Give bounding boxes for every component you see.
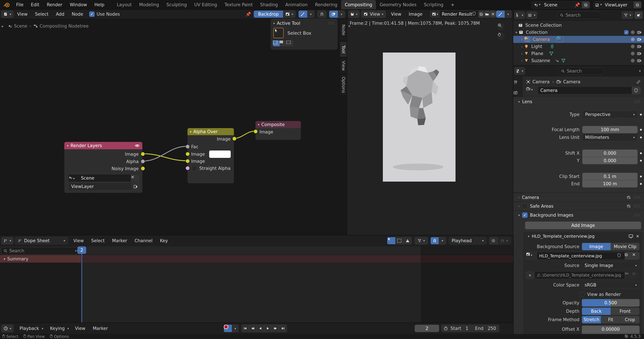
copy-viewlayer-icon[interactable]: ⧉: [634, 2, 641, 8]
hide-viewport-eye-icon[interactable]: [630, 44, 635, 49]
lens-panel-title[interactable]: Lens: [522, 99, 532, 104]
clip-start-field[interactable]: 0.1 m: [582, 173, 638, 180]
properties-pin-icon[interactable]: [636, 80, 641, 84]
animate-dot[interactable]: [640, 160, 642, 162]
use-nodes-checkbox[interactable]: ✓: [89, 12, 94, 17]
expand-icon[interactable]: ›: [521, 52, 522, 56]
menu-help[interactable]: Help: [91, 2, 108, 7]
source-movieclip-option[interactable]: Movie Clip: [611, 243, 640, 250]
pan-gizmo-icon[interactable]: [498, 32, 505, 40]
colorspace-dropdown[interactable]: sRGB▾: [582, 281, 640, 289]
ds-menu-key[interactable]: Key: [156, 238, 172, 243]
shift-x-field[interactable]: 0.000: [582, 150, 638, 157]
playback-menu[interactable]: Playback▾: [16, 326, 43, 331]
image-menu-view[interactable]: View: [387, 12, 405, 17]
tab-uv-editing[interactable]: UV Editing: [190, 2, 221, 7]
background-images-title[interactable]: Background Images: [530, 212, 573, 218]
image-path-field[interactable]: //..\Generic\HLD_Template_centerview.jpg: [534, 271, 625, 279]
sidebar-tab-node[interactable]: Node: [340, 19, 347, 40]
start-value[interactable]: 1: [466, 326, 468, 331]
frame-method-fit[interactable]: Fit: [601, 316, 620, 323]
rl-scene-clear-icon[interactable]: ✕: [131, 174, 139, 182]
tab-scripting[interactable]: Scripting: [420, 2, 447, 7]
tab-tool[interactable]: [513, 80, 523, 90]
jump-prev-keyframe-button[interactable]: [249, 324, 256, 332]
editor-type-button[interactable]: ▾: [1, 10, 14, 18]
ds-menu-view[interactable]: View: [70, 238, 88, 243]
unlink-icon[interactable]: ✕: [632, 252, 640, 260]
sidebar-tab-tool[interactable]: Tool: [340, 42, 347, 57]
animate-dot[interactable]: [640, 176, 642, 178]
expand-icon[interactable]: ›: [521, 59, 522, 62]
link-drag-dropdown[interactable]: ▾: [307, 10, 314, 18]
editor-type-button[interactable]: ▾: [514, 67, 525, 75]
background-images-checkbox[interactable]: ✓: [522, 212, 528, 218]
end-value[interactable]: 250: [488, 326, 496, 331]
render-result-selector[interactable]: ▾ Render Result ⧉ ✕: [430, 10, 496, 18]
rl-scene-value[interactable]: Scene: [80, 176, 131, 180]
properties-search[interactable]: Search: [558, 67, 604, 75]
properties-options-dropdown[interactable]: ▾: [639, 69, 641, 73]
outliner-row-plane[interactable]: › Plane: [513, 50, 644, 57]
focal-length-field[interactable]: 100 mm: [582, 126, 638, 133]
backdrop-button[interactable]: Backdrop: [254, 10, 283, 18]
source-dropdown[interactable]: Single Image▾: [582, 262, 640, 269]
collapse-icon[interactable]: ▾: [190, 130, 191, 134]
animate-dot[interactable]: [640, 183, 642, 185]
jump-to-start-button[interactable]: [241, 324, 249, 332]
tab-compositing[interactable]: Compositing: [341, 0, 376, 10]
panel-grip[interactable]: ∷∷: [634, 213, 641, 218]
node-menu-add[interactable]: Add: [52, 12, 68, 17]
alpha-over-header[interactable]: ▾ Alpha Over: [188, 128, 234, 135]
gizmo-toggle[interactable]: [496, 10, 505, 18]
animate-dot[interactable]: [640, 136, 642, 138]
filter-dropdown[interactable]: ▾: [414, 237, 428, 244]
disable-render-camera-icon[interactable]: [637, 52, 642, 56]
animate-dot[interactable]: [640, 152, 642, 154]
tab-animation[interactable]: Animation: [282, 2, 311, 7]
expand-icon[interactable]: ›: [521, 45, 522, 48]
editor-type-button[interactable]: ▾: [514, 12, 525, 19]
panel-collapse-icon[interactable]: ▾: [518, 214, 520, 217]
unlink-image-icon[interactable]: ✕: [490, 11, 496, 18]
auto-keying-dropdown[interactable]: ▾: [232, 324, 238, 332]
rl-scene-field[interactable]: ▾ Scene ✕: [68, 174, 139, 182]
only-selected-toggle[interactable]: [387, 237, 395, 244]
depth-front-option[interactable]: Front: [611, 308, 640, 315]
show-errors-toggle[interactable]: [404, 237, 412, 244]
play-reverse-button[interactable]: [256, 324, 264, 332]
render-layers-header[interactable]: ▾ Render Layers: [64, 142, 142, 149]
node-menu-node[interactable]: Node: [68, 12, 87, 17]
rl-render-single-layer-button[interactable]: [132, 183, 139, 190]
breadcrumb-data[interactable]: Camera: [563, 79, 580, 84]
ds-menu-marker[interactable]: Marker: [108, 238, 131, 243]
hide-viewport-eye-icon[interactable]: [630, 58, 635, 63]
select-box-tool-icon[interactable]: [273, 28, 284, 38]
image-menu-image[interactable]: Image: [405, 12, 426, 17]
falloff-dropdown[interactable]: ▾: [498, 237, 511, 244]
editor-type-button[interactable]: ▾: [1, 324, 14, 332]
dope-sheet-mode-dropdown[interactable]: Dope Sheet▾: [15, 237, 68, 244]
item-collapse-icon[interactable]: ▾: [528, 234, 530, 238]
sidebar-tab-options[interactable]: Options: [340, 74, 347, 95]
scene-selector[interactable]: ▾ Scene 📌 ⧉: [532, 1, 590, 8]
lens-type-dropdown[interactable]: Perspective▾: [582, 111, 638, 118]
menu-file[interactable]: File: [12, 2, 27, 7]
image-file-name[interactable]: HLD_Template_centerview.jpg: [537, 254, 617, 258]
auto-keying-toggle[interactable]: [224, 325, 232, 332]
jump-to-end-button[interactable]: [279, 324, 287, 332]
sidebar-toggle-arrow-icon[interactable]: ▸: [2, 24, 4, 28]
tab-modeling[interactable]: Modeling: [136, 2, 163, 7]
fake-user-shield-icon[interactable]: [617, 253, 625, 258]
tab-sculpting[interactable]: Sculpting: [163, 2, 190, 7]
disable-render-camera-icon[interactable]: [637, 30, 642, 34]
pb-menu-marker[interactable]: Marker: [89, 326, 112, 331]
disable-render-camera-icon[interactable]: [637, 44, 642, 48]
editor-type-button[interactable]: ▾: [348, 10, 360, 18]
rl-alpha-socket[interactable]: [141, 159, 145, 164]
editor-type-button[interactable]: ▾: [1, 237, 14, 244]
collapse-icon[interactable]: ▾: [67, 144, 68, 148]
keying-menu[interactable]: Keying▾: [46, 326, 69, 331]
composite-header[interactable]: ▾ Composite: [256, 121, 301, 128]
panel-grip[interactable]: ∷∷: [634, 99, 641, 104]
